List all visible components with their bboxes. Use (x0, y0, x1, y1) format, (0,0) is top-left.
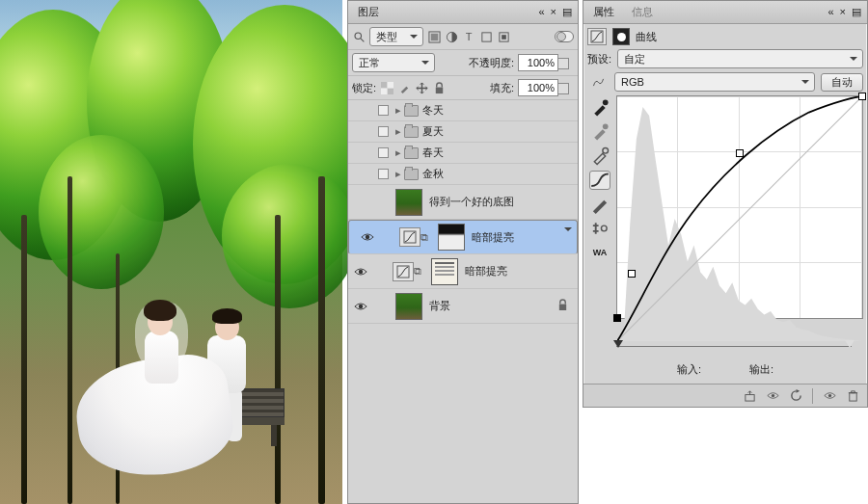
preset-select[interactable]: 自定 (617, 49, 863, 68)
lock-position-icon[interactable] (415, 81, 428, 94)
fill-field[interactable]: 100% (518, 79, 558, 96)
filter-pixel-icon[interactable] (427, 30, 441, 43)
layer-group-row[interactable]: ▸春天 (348, 143, 578, 164)
layer-group-row[interactable]: ▸夏天 (348, 121, 578, 143)
toggle-visibility-icon[interactable] (823, 389, 836, 403)
target-adjust-tool[interactable] (589, 219, 610, 238)
visibility-icon[interactable] (348, 302, 373, 311)
link-icon[interactable]: ⧉ (414, 265, 428, 278)
toggle-checkbox[interactable] (378, 105, 389, 116)
view-previous-icon[interactable] (766, 389, 779, 403)
auto-button[interactable]: 自动 (821, 73, 863, 92)
filter-smart-icon[interactable] (497, 30, 510, 43)
channel-value: RGB (621, 76, 644, 88)
svg-point-20 (603, 99, 609, 105)
filter-toggle[interactable] (555, 31, 574, 42)
curve-point[interactable] (858, 93, 866, 100)
svg-line-1 (361, 39, 364, 41)
visibility-icon[interactable] (348, 267, 373, 277)
close-icon[interactable]: × (840, 6, 846, 18)
svg-point-0 (355, 33, 362, 40)
expand-arrow-icon[interactable]: ▸ (393, 168, 404, 180)
opacity-field[interactable]: 100% (518, 54, 558, 71)
eyedropper-black-icon[interactable] (589, 98, 610, 118)
blend-mode-value: 正常 (359, 56, 380, 70)
curve-point[interactable] (628, 270, 636, 278)
toggle-checkbox[interactable] (378, 126, 389, 137)
svg-point-13 (366, 235, 369, 239)
layer-name: 得到一个好的底图 (425, 195, 514, 209)
channel-icon[interactable] (587, 75, 609, 89)
svg-point-17 (359, 304, 363, 307)
panel-menu-icon[interactable]: ▤ (852, 6, 861, 18)
svg-point-27 (771, 394, 773, 397)
lock-icon (557, 299, 568, 313)
photo-foliage (39, 135, 164, 289)
layer-row[interactable]: ⧉暗部提亮 (348, 254, 578, 289)
reset-icon[interactable] (789, 389, 802, 403)
layer-name: 暗部提亮 (468, 230, 514, 245)
toggle-checkbox[interactable] (378, 169, 389, 179)
collapse-icon[interactable]: « (827, 6, 833, 18)
folder-icon (404, 169, 419, 180)
wa-icon[interactable]: WA (589, 243, 610, 262)
adjustment-icon (399, 227, 420, 247)
lock-transparency-icon[interactable] (380, 81, 393, 94)
layers-tab[interactable]: 图层 (354, 3, 383, 21)
lock-fill-row: 锁定: 填充: 100% (348, 76, 578, 100)
layer-row[interactable]: 背景 (348, 289, 578, 324)
layers-panel-header: 图层 « × ▤ (348, 1, 578, 24)
preset-value: 自定 (624, 52, 645, 66)
opacity-label: 不透明度: (469, 56, 514, 70)
lock-paint-icon[interactable] (397, 81, 411, 94)
delete-icon[interactable] (846, 389, 859, 403)
black-point-handle[interactable] (613, 340, 623, 353)
filter-type-icon[interactable]: T (462, 30, 475, 43)
collapse-icon[interactable]: « (538, 6, 544, 18)
curve-tools: WA (587, 95, 612, 334)
link-icon[interactable]: ⧉ (420, 231, 435, 244)
clip-to-layer-icon[interactable] (743, 389, 756, 403)
expand-arrow-icon[interactable]: ▸ (393, 104, 404, 117)
expand-arrow-icon[interactable]: ▸ (393, 125, 404, 138)
layer-group-row[interactable]: ▸冬天 (348, 100, 578, 121)
curve-point-tool[interactable] (589, 171, 610, 190)
layer-row[interactable]: 得到一个好的底图 (348, 185, 578, 220)
panel-menu-icon[interactable]: ▤ (562, 6, 572, 18)
svg-rect-18 (559, 305, 566, 310)
curve-point[interactable] (736, 149, 744, 157)
mask-thumbnail[interactable] (431, 258, 458, 285)
info-tab[interactable]: 信息 (628, 3, 657, 21)
adjustment-title-row: 曲线 (587, 28, 863, 45)
toggle-checkbox[interactable] (378, 147, 389, 158)
document-canvas[interactable] (0, 0, 342, 504)
svg-rect-26 (745, 395, 753, 402)
mask-thumbnail[interactable] (438, 224, 465, 251)
lock-all-icon[interactable] (432, 81, 446, 94)
mask-icon[interactable] (612, 28, 630, 45)
curve-point[interactable] (613, 314, 621, 322)
channel-select[interactable]: RGB (614, 72, 815, 92)
filter-shape-icon[interactable] (479, 30, 493, 43)
input-range-slider[interactable] (616, 340, 863, 354)
white-point-handle[interactable] (845, 340, 854, 353)
expand-arrow-icon[interactable]: ▸ (393, 146, 404, 159)
eyedropper-gray-icon[interactable] (589, 122, 610, 142)
eyedropper-white-icon[interactable] (589, 146, 610, 166)
layer-thumbnail[interactable] (395, 189, 422, 216)
photo-foliage (222, 164, 357, 308)
layer-thumbnail[interactable] (395, 293, 422, 320)
filter-adjustment-icon[interactable] (445, 30, 458, 43)
layer-row-selected[interactable]: ⧉暗部提亮 (348, 220, 578, 254)
layer-filter-row: 类型 T (348, 24, 578, 50)
lock-label: 锁定: (352, 81, 376, 95)
blend-mode-select[interactable]: 正常 (352, 53, 435, 72)
curve-draw-tool[interactable] (589, 195, 610, 214)
layer-group-row[interactable]: ▸金秋 (348, 164, 578, 185)
filter-type-select[interactable]: 类型 (369, 27, 423, 46)
visibility-icon[interactable] (355, 232, 380, 242)
layer-name: 金秋 (419, 167, 444, 181)
properties-tab[interactable]: 属性 (589, 3, 618, 21)
curves-graph[interactable] (616, 95, 863, 319)
close-icon[interactable]: × (551, 6, 556, 18)
